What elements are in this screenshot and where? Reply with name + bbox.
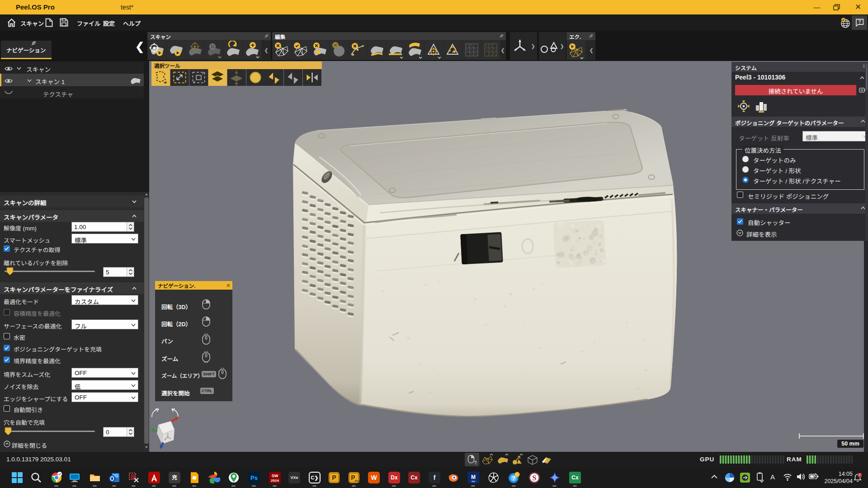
svg-text:S: S xyxy=(533,474,537,482)
svg-text:?: ? xyxy=(474,460,476,465)
svg-text:f: f xyxy=(434,474,436,481)
svg-text:W: W xyxy=(371,474,377,481)
svg-text:ATA: ATA xyxy=(472,481,475,483)
svg-text:2024: 2024 xyxy=(271,479,279,483)
svg-text:Pro: Pro xyxy=(355,479,359,482)
svg-text:C❯: C❯ xyxy=(311,475,318,481)
svg-text:Cx: Cx xyxy=(571,474,579,481)
svg-text:P: P xyxy=(332,474,336,481)
svg-text:2: 2 xyxy=(859,473,861,476)
svg-text:M: M xyxy=(471,474,476,480)
svg-text:Dx: Dx xyxy=(391,474,398,481)
svg-text:Ps: Ps xyxy=(250,474,258,481)
svg-text:SW: SW xyxy=(272,474,278,478)
svg-text:Cx: Cx xyxy=(410,474,418,481)
svg-text:充: 充 xyxy=(172,474,177,481)
svg-text:VXe: VXe xyxy=(290,475,298,480)
svg-text:?: ? xyxy=(858,19,861,24)
svg-text:?: ? xyxy=(512,475,515,482)
